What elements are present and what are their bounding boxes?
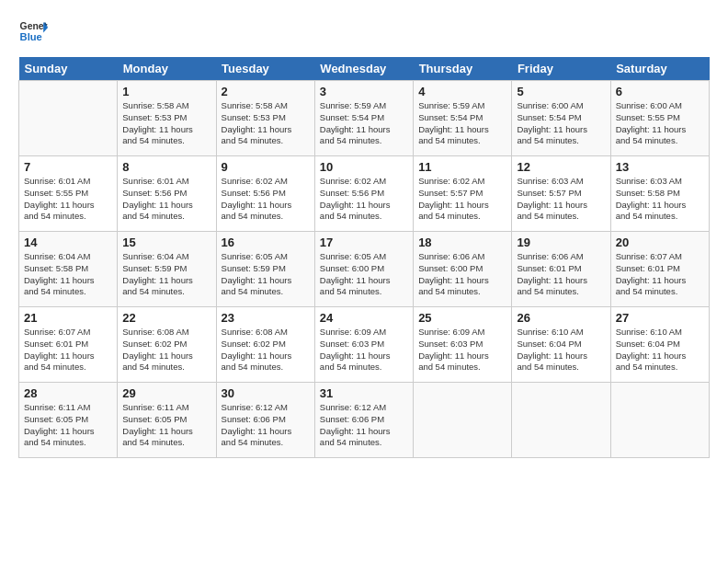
col-header-sunday: Sunday: [19, 57, 118, 81]
cell-info: Sunrise: 6:02 AMSunset: 5:56 PMDaylight:…: [320, 176, 408, 223]
day-number: 21: [24, 311, 112, 325]
col-header-tuesday: Tuesday: [216, 57, 314, 81]
cell-info: Sunrise: 5:59 AMSunset: 5:54 PMDaylight:…: [320, 100, 408, 147]
calendar-cell: 10Sunrise: 6:02 AMSunset: 5:56 PMDayligh…: [314, 156, 413, 232]
calendar-cell: 4Sunrise: 5:59 AMSunset: 5:54 PMDaylight…: [414, 81, 512, 156]
col-header-friday: Friday: [512, 57, 610, 81]
day-number: 7: [24, 160, 112, 174]
calendar-cell: 29Sunrise: 6:11 AMSunset: 6:05 PMDayligh…: [118, 383, 216, 458]
cell-info: Sunrise: 6:05 AMSunset: 6:00 PMDaylight:…: [320, 251, 408, 298]
col-header-wednesday: Wednesday: [314, 57, 413, 81]
cell-info: Sunrise: 6:05 AMSunset: 5:59 PMDaylight:…: [222, 251, 310, 298]
cell-info: Sunrise: 6:12 AMSunset: 6:06 PMDaylight:…: [320, 402, 408, 449]
cell-info: Sunrise: 6:06 AMSunset: 6:01 PMDaylight:…: [517, 251, 605, 298]
cell-info: Sunrise: 6:06 AMSunset: 6:00 PMDaylight:…: [418, 251, 506, 298]
cell-info: Sunrise: 6:07 AMSunset: 6:01 PMDaylight:…: [24, 327, 112, 373]
day-number: 27: [616, 311, 704, 325]
calendar-cell: 2Sunrise: 5:58 AMSunset: 5:53 PMDaylight…: [216, 81, 314, 156]
cell-info: Sunrise: 5:59 AMSunset: 5:54 PMDaylight:…: [418, 100, 506, 147]
day-number: 26: [517, 311, 605, 325]
calendar-cell: 23Sunrise: 6:08 AMSunset: 6:02 PMDayligh…: [216, 307, 314, 383]
day-number: 8: [122, 160, 210, 174]
calendar-cell: [512, 383, 610, 458]
calendar-cell: 14Sunrise: 6:04 AMSunset: 5:58 PMDayligh…: [19, 232, 118, 307]
week-row-1: 1Sunrise: 5:58 AMSunset: 5:53 PMDaylight…: [19, 81, 710, 156]
calendar-cell: 6Sunrise: 6:00 AMSunset: 5:55 PMDaylight…: [610, 81, 709, 156]
cell-info: Sunrise: 6:01 AMSunset: 5:56 PMDaylight:…: [122, 176, 210, 223]
calendar-cell: 3Sunrise: 5:59 AMSunset: 5:54 PMDaylight…: [314, 81, 413, 156]
day-number: 30: [222, 386, 310, 400]
calendar-cell: 20Sunrise: 6:07 AMSunset: 6:01 PMDayligh…: [610, 232, 709, 307]
cell-info: Sunrise: 6:09 AMSunset: 6:03 PMDaylight:…: [418, 327, 506, 373]
calendar-cell: 25Sunrise: 6:09 AMSunset: 6:03 PMDayligh…: [414, 307, 512, 383]
header: General Blue: [18, 17, 710, 46]
day-number: 12: [517, 160, 605, 174]
page: General Blue SundayMondayTuesdayWednesda…: [0, 0, 728, 563]
calendar-cell: [19, 81, 118, 156]
day-number: 9: [222, 160, 310, 174]
calendar-cell: 5Sunrise: 6:00 AMSunset: 5:54 PMDaylight…: [512, 81, 610, 156]
day-number: 24: [320, 311, 408, 325]
day-number: 23: [222, 311, 310, 325]
calendar-cell: 26Sunrise: 6:10 AMSunset: 6:04 PMDayligh…: [512, 307, 610, 383]
calendar-cell: 21Sunrise: 6:07 AMSunset: 6:01 PMDayligh…: [19, 307, 118, 383]
logo: General Blue: [18, 17, 48, 46]
calendar-cell: 17Sunrise: 6:05 AMSunset: 6:00 PMDayligh…: [314, 232, 413, 307]
calendar-cell: 28Sunrise: 6:11 AMSunset: 6:05 PMDayligh…: [19, 383, 118, 458]
calendar-cell: 7Sunrise: 6:01 AMSunset: 5:55 PMDaylight…: [19, 156, 118, 232]
cell-info: Sunrise: 6:04 AMSunset: 5:59 PMDaylight:…: [122, 251, 210, 298]
calendar-cell: 31Sunrise: 6:12 AMSunset: 6:06 PMDayligh…: [314, 383, 413, 458]
svg-text:Blue: Blue: [20, 31, 42, 42]
week-row-3: 14Sunrise: 6:04 AMSunset: 5:58 PMDayligh…: [19, 232, 710, 307]
calendar-cell: 18Sunrise: 6:06 AMSunset: 6:00 PMDayligh…: [414, 232, 512, 307]
calendar-cell: 12Sunrise: 6:03 AMSunset: 5:57 PMDayligh…: [512, 156, 610, 232]
calendar-cell: 15Sunrise: 6:04 AMSunset: 5:59 PMDayligh…: [118, 232, 216, 307]
cell-info: Sunrise: 6:09 AMSunset: 6:03 PMDaylight:…: [320, 327, 408, 373]
calendar-cell: 13Sunrise: 6:03 AMSunset: 5:58 PMDayligh…: [610, 156, 709, 232]
calendar-cell: 19Sunrise: 6:06 AMSunset: 6:01 PMDayligh…: [512, 232, 610, 307]
cell-info: Sunrise: 5:58 AMSunset: 5:53 PMDaylight:…: [222, 100, 310, 147]
day-number: 17: [320, 236, 408, 249]
cell-info: Sunrise: 6:10 AMSunset: 6:04 PMDaylight:…: [616, 327, 704, 373]
day-number: 2: [222, 85, 310, 98]
day-number: 15: [122, 236, 210, 249]
header-row: SundayMondayTuesdayWednesdayThursdayFrid…: [19, 57, 710, 81]
day-number: 11: [418, 160, 506, 174]
calendar-cell: [610, 383, 709, 458]
day-number: 3: [320, 85, 408, 98]
day-number: 25: [418, 311, 506, 325]
cell-info: Sunrise: 6:12 AMSunset: 6:06 PMDaylight:…: [222, 402, 310, 449]
week-row-5: 28Sunrise: 6:11 AMSunset: 6:05 PMDayligh…: [19, 383, 710, 458]
day-number: 1: [122, 85, 210, 98]
cell-info: Sunrise: 6:10 AMSunset: 6:04 PMDaylight:…: [517, 327, 605, 373]
cell-info: Sunrise: 6:00 AMSunset: 5:54 PMDaylight:…: [517, 100, 605, 147]
calendar-cell: 9Sunrise: 6:02 AMSunset: 5:56 PMDaylight…: [216, 156, 314, 232]
day-number: 10: [320, 160, 408, 174]
calendar-cell: 1Sunrise: 5:58 AMSunset: 5:53 PMDaylight…: [118, 81, 216, 156]
calendar-table: SundayMondayTuesdayWednesdayThursdayFrid…: [18, 57, 710, 458]
day-number: 19: [517, 236, 605, 249]
calendar-cell: 24Sunrise: 6:09 AMSunset: 6:03 PMDayligh…: [314, 307, 413, 383]
cell-info: Sunrise: 6:07 AMSunset: 6:01 PMDaylight:…: [616, 251, 704, 298]
cell-info: Sunrise: 6:01 AMSunset: 5:55 PMDaylight:…: [24, 176, 112, 223]
day-number: 13: [616, 160, 704, 174]
day-number: 18: [418, 236, 506, 249]
cell-info: Sunrise: 6:02 AMSunset: 5:57 PMDaylight:…: [418, 176, 506, 223]
day-number: 22: [122, 311, 210, 325]
calendar-cell: 11Sunrise: 6:02 AMSunset: 5:57 PMDayligh…: [414, 156, 512, 232]
col-header-monday: Monday: [118, 57, 216, 81]
cell-info: Sunrise: 5:58 AMSunset: 5:53 PMDaylight:…: [122, 100, 210, 147]
day-number: 31: [320, 386, 408, 400]
calendar-cell: 8Sunrise: 6:01 AMSunset: 5:56 PMDaylight…: [118, 156, 216, 232]
week-row-2: 7Sunrise: 6:01 AMSunset: 5:55 PMDaylight…: [19, 156, 710, 232]
logo-icon: General Blue: [18, 17, 48, 46]
day-number: 16: [222, 236, 310, 249]
day-number: 4: [418, 85, 506, 98]
cell-info: Sunrise: 6:03 AMSunset: 5:58 PMDaylight:…: [616, 176, 704, 223]
cell-info: Sunrise: 6:00 AMSunset: 5:55 PMDaylight:…: [616, 100, 704, 147]
cell-info: Sunrise: 6:03 AMSunset: 5:57 PMDaylight:…: [517, 176, 605, 223]
calendar-cell: 16Sunrise: 6:05 AMSunset: 5:59 PMDayligh…: [216, 232, 314, 307]
cell-info: Sunrise: 6:11 AMSunset: 6:05 PMDaylight:…: [122, 402, 210, 449]
calendar-cell: 22Sunrise: 6:08 AMSunset: 6:02 PMDayligh…: [118, 307, 216, 383]
col-header-thursday: Thursday: [414, 57, 512, 81]
